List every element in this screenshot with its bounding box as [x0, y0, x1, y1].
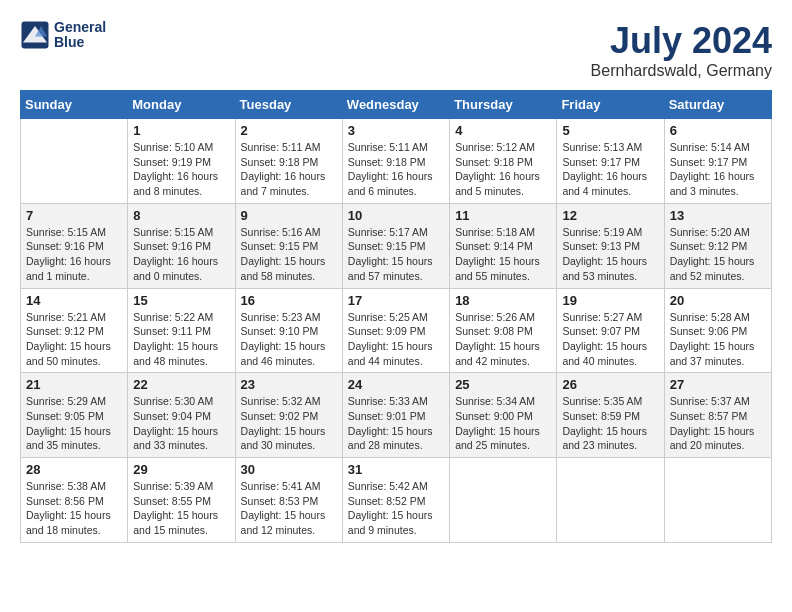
day-number: 21 — [26, 377, 122, 392]
weekday-header-saturday: Saturday — [664, 91, 771, 119]
day-number: 14 — [26, 293, 122, 308]
calendar-header: SundayMondayTuesdayWednesdayThursdayFrid… — [21, 91, 772, 119]
day-cell: 16Sunrise: 5:23 AM Sunset: 9:10 PM Dayli… — [235, 288, 342, 373]
day-number: 28 — [26, 462, 122, 477]
day-number: 9 — [241, 208, 337, 223]
day-number: 26 — [562, 377, 658, 392]
day-number: 12 — [562, 208, 658, 223]
day-number: 10 — [348, 208, 444, 223]
weekday-header-tuesday: Tuesday — [235, 91, 342, 119]
day-number: 16 — [241, 293, 337, 308]
day-cell: 27Sunrise: 5:37 AM Sunset: 8:57 PM Dayli… — [664, 373, 771, 458]
day-info: Sunrise: 5:16 AM Sunset: 9:15 PM Dayligh… — [241, 225, 337, 284]
day-info: Sunrise: 5:41 AM Sunset: 8:53 PM Dayligh… — [241, 479, 337, 538]
day-info: Sunrise: 5:17 AM Sunset: 9:15 PM Dayligh… — [348, 225, 444, 284]
day-cell: 30Sunrise: 5:41 AM Sunset: 8:53 PM Dayli… — [235, 458, 342, 543]
weekday-header-thursday: Thursday — [450, 91, 557, 119]
week-row-4: 21Sunrise: 5:29 AM Sunset: 9:05 PM Dayli… — [21, 373, 772, 458]
day-number: 29 — [133, 462, 229, 477]
day-info: Sunrise: 5:29 AM Sunset: 9:05 PM Dayligh… — [26, 394, 122, 453]
day-info: Sunrise: 5:42 AM Sunset: 8:52 PM Dayligh… — [348, 479, 444, 538]
day-cell: 19Sunrise: 5:27 AM Sunset: 9:07 PM Dayli… — [557, 288, 664, 373]
day-cell: 25Sunrise: 5:34 AM Sunset: 9:00 PM Dayli… — [450, 373, 557, 458]
week-row-1: 1Sunrise: 5:10 AM Sunset: 9:19 PM Daylig… — [21, 119, 772, 204]
weekday-row: SundayMondayTuesdayWednesdayThursdayFrid… — [21, 91, 772, 119]
day-number: 3 — [348, 123, 444, 138]
day-number: 27 — [670, 377, 766, 392]
day-number: 11 — [455, 208, 551, 223]
day-info: Sunrise: 5:14 AM Sunset: 9:17 PM Dayligh… — [670, 140, 766, 199]
logo-text: General Blue — [54, 20, 106, 51]
day-cell: 1Sunrise: 5:10 AM Sunset: 9:19 PM Daylig… — [128, 119, 235, 204]
day-cell: 4Sunrise: 5:12 AM Sunset: 9:18 PM Daylig… — [450, 119, 557, 204]
month-year: July 2024 — [591, 20, 772, 62]
day-number: 13 — [670, 208, 766, 223]
day-cell: 8Sunrise: 5:15 AM Sunset: 9:16 PM Daylig… — [128, 203, 235, 288]
day-info: Sunrise: 5:18 AM Sunset: 9:14 PM Dayligh… — [455, 225, 551, 284]
week-row-2: 7Sunrise: 5:15 AM Sunset: 9:16 PM Daylig… — [21, 203, 772, 288]
logo-icon — [20, 20, 50, 50]
logo: General Blue — [20, 20, 106, 51]
day-cell: 14Sunrise: 5:21 AM Sunset: 9:12 PM Dayli… — [21, 288, 128, 373]
day-cell: 24Sunrise: 5:33 AM Sunset: 9:01 PM Dayli… — [342, 373, 449, 458]
day-info: Sunrise: 5:22 AM Sunset: 9:11 PM Dayligh… — [133, 310, 229, 369]
day-info: Sunrise: 5:11 AM Sunset: 9:18 PM Dayligh… — [348, 140, 444, 199]
day-number: 18 — [455, 293, 551, 308]
day-cell: 13Sunrise: 5:20 AM Sunset: 9:12 PM Dayli… — [664, 203, 771, 288]
day-number: 22 — [133, 377, 229, 392]
calendar-body: 1Sunrise: 5:10 AM Sunset: 9:19 PM Daylig… — [21, 119, 772, 543]
calendar-table: SundayMondayTuesdayWednesdayThursdayFrid… — [20, 90, 772, 543]
day-cell: 29Sunrise: 5:39 AM Sunset: 8:55 PM Dayli… — [128, 458, 235, 543]
day-number: 17 — [348, 293, 444, 308]
day-cell: 31Sunrise: 5:42 AM Sunset: 8:52 PM Dayli… — [342, 458, 449, 543]
day-info: Sunrise: 5:34 AM Sunset: 9:00 PM Dayligh… — [455, 394, 551, 453]
day-cell: 5Sunrise: 5:13 AM Sunset: 9:17 PM Daylig… — [557, 119, 664, 204]
day-cell: 18Sunrise: 5:26 AM Sunset: 9:08 PM Dayli… — [450, 288, 557, 373]
day-info: Sunrise: 5:35 AM Sunset: 8:59 PM Dayligh… — [562, 394, 658, 453]
weekday-header-wednesday: Wednesday — [342, 91, 449, 119]
day-cell: 21Sunrise: 5:29 AM Sunset: 9:05 PM Dayli… — [21, 373, 128, 458]
day-number: 30 — [241, 462, 337, 477]
day-info: Sunrise: 5:23 AM Sunset: 9:10 PM Dayligh… — [241, 310, 337, 369]
logo-line1: General — [54, 20, 106, 35]
day-info: Sunrise: 5:11 AM Sunset: 9:18 PM Dayligh… — [241, 140, 337, 199]
day-cell — [557, 458, 664, 543]
day-cell: 17Sunrise: 5:25 AM Sunset: 9:09 PM Dayli… — [342, 288, 449, 373]
day-cell: 20Sunrise: 5:28 AM Sunset: 9:06 PM Dayli… — [664, 288, 771, 373]
day-number: 5 — [562, 123, 658, 138]
day-info: Sunrise: 5:38 AM Sunset: 8:56 PM Dayligh… — [26, 479, 122, 538]
day-info: Sunrise: 5:28 AM Sunset: 9:06 PM Dayligh… — [670, 310, 766, 369]
day-info: Sunrise: 5:32 AM Sunset: 9:02 PM Dayligh… — [241, 394, 337, 453]
location: Bernhardswald, Germany — [591, 62, 772, 80]
title-block: July 2024 Bernhardswald, Germany — [591, 20, 772, 80]
day-number: 4 — [455, 123, 551, 138]
day-info: Sunrise: 5:26 AM Sunset: 9:08 PM Dayligh… — [455, 310, 551, 369]
week-row-5: 28Sunrise: 5:38 AM Sunset: 8:56 PM Dayli… — [21, 458, 772, 543]
weekday-header-monday: Monday — [128, 91, 235, 119]
day-info: Sunrise: 5:27 AM Sunset: 9:07 PM Dayligh… — [562, 310, 658, 369]
day-info: Sunrise: 5:21 AM Sunset: 9:12 PM Dayligh… — [26, 310, 122, 369]
weekday-header-sunday: Sunday — [21, 91, 128, 119]
day-number: 1 — [133, 123, 229, 138]
day-cell: 12Sunrise: 5:19 AM Sunset: 9:13 PM Dayli… — [557, 203, 664, 288]
day-cell: 6Sunrise: 5:14 AM Sunset: 9:17 PM Daylig… — [664, 119, 771, 204]
day-cell — [664, 458, 771, 543]
day-cell: 15Sunrise: 5:22 AM Sunset: 9:11 PM Dayli… — [128, 288, 235, 373]
day-info: Sunrise: 5:33 AM Sunset: 9:01 PM Dayligh… — [348, 394, 444, 453]
day-cell: 2Sunrise: 5:11 AM Sunset: 9:18 PM Daylig… — [235, 119, 342, 204]
day-info: Sunrise: 5:37 AM Sunset: 8:57 PM Dayligh… — [670, 394, 766, 453]
day-number: 24 — [348, 377, 444, 392]
day-cell: 23Sunrise: 5:32 AM Sunset: 9:02 PM Dayli… — [235, 373, 342, 458]
week-row-3: 14Sunrise: 5:21 AM Sunset: 9:12 PM Dayli… — [21, 288, 772, 373]
day-cell — [21, 119, 128, 204]
day-info: Sunrise: 5:15 AM Sunset: 9:16 PM Dayligh… — [133, 225, 229, 284]
day-info: Sunrise: 5:30 AM Sunset: 9:04 PM Dayligh… — [133, 394, 229, 453]
day-info: Sunrise: 5:39 AM Sunset: 8:55 PM Dayligh… — [133, 479, 229, 538]
day-info: Sunrise: 5:10 AM Sunset: 9:19 PM Dayligh… — [133, 140, 229, 199]
day-cell: 22Sunrise: 5:30 AM Sunset: 9:04 PM Dayli… — [128, 373, 235, 458]
day-number: 7 — [26, 208, 122, 223]
day-number: 25 — [455, 377, 551, 392]
logo-line2: Blue — [54, 35, 106, 50]
day-number: 8 — [133, 208, 229, 223]
page-header: General Blue July 2024 Bernhardswald, Ge… — [20, 20, 772, 80]
